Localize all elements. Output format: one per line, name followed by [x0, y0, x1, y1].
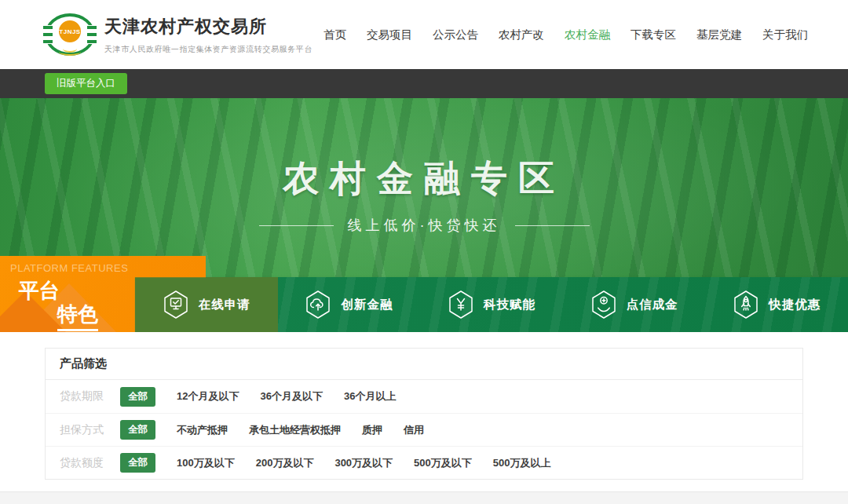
filter-all-badge[interactable]: 全部	[120, 453, 155, 473]
subtitle-rule-left	[259, 225, 334, 226]
logo-stripes-left-icon	[43, 26, 53, 43]
filter-option[interactable]: 200万及以下	[256, 456, 314, 470]
features-eyebrow: PLATFORM FEATURES	[10, 262, 128, 274]
filter-option[interactable]: 不动产抵押	[177, 423, 228, 437]
monitor-check-icon	[163, 290, 189, 320]
hero-title: 农村金融专区	[0, 155, 848, 203]
old-platform-entry-button[interactable]: 旧版平台入口	[45, 73, 127, 94]
nav-item-rural-finance[interactable]: 农村金融	[565, 27, 610, 42]
product-filter-card: 产品筛选 贷款期限 全部 12个月及以下 36个月及以下 36个月以上 担保方式…	[45, 348, 803, 480]
filter-row-loan-amount: 贷款额度 全部 100万及以下 200万及以下 300万及以下 500万及以下 …	[46, 446, 802, 479]
filter-all-badge[interactable]: 全部	[120, 387, 155, 407]
nav-item-rural-reform[interactable]: 农村产改	[499, 27, 544, 42]
nav-item-about-us[interactable]: 关于我们	[762, 27, 808, 42]
filter-title: 产品筛选	[46, 349, 802, 380]
filter-label: 贷款额度	[60, 456, 107, 470]
footer-strip	[0, 491, 848, 504]
filter-label: 贷款期限	[60, 389, 107, 404]
tab-online-apply[interactable]: 在线申请	[135, 277, 278, 332]
filter-all-badge[interactable]: 全部	[120, 420, 155, 440]
nav-item-home[interactable]: 首页	[323, 27, 346, 42]
filter-option[interactable]: 36个月及以下	[260, 389, 322, 404]
filter-option[interactable]: 300万及以下	[334, 456, 393, 470]
logo-circle-icon: TJNJS	[57, 19, 82, 44]
nav-item-public-notices[interactable]: 公示公告	[433, 27, 478, 42]
hero-subtitle-row: 线上低价·快贷快还	[0, 216, 848, 235]
hero-subtitle: 线上低价·快贷快还	[348, 216, 501, 235]
filter-option[interactable]: 100万及以下	[177, 456, 235, 470]
features-title-line2: 特色	[57, 301, 98, 331]
brand[interactable]: TJNJS 天津农村产权交易所 天津市人民政府唯一指定集体资产资源流转交易服务平…	[45, 12, 313, 57]
nav-item-trading-projects[interactable]: 交易项目	[367, 27, 412, 42]
tab-label: 在线申请	[199, 297, 250, 313]
filter-option[interactable]: 500万及以上	[493, 456, 551, 470]
cloud-upload-icon	[305, 290, 331, 320]
hero-banner: 农村金融专区 线上低价·快贷快还 PLATFORM FEATURES 平台 特色…	[0, 98, 848, 332]
utility-bar: 旧版平台入口	[0, 69, 848, 98]
site-header: TJNJS 天津农村产权交易所 天津市人民政府唯一指定集体资产资源流转交易服务平…	[0, 0, 848, 69]
filter-option[interactable]: 500万及以下	[414, 456, 472, 470]
yen-icon	[448, 290, 474, 320]
site-logo: TJNJS	[45, 12, 95, 57]
tab-label: 创新金融	[341, 297, 393, 313]
hand-coin-icon	[590, 290, 617, 320]
tab-label: 点信成金	[627, 297, 678, 313]
filter-option[interactable]: 12个月及以下	[177, 389, 239, 404]
filter-row-guarantee-method: 担保方式 全部 不动产抵押 承包土地经营权抵押 质押 信用	[46, 413, 802, 446]
tab-innovative-finance[interactable]: 创新金融	[278, 277, 421, 332]
tab-label: 科技赋能	[484, 297, 535, 313]
tab-credit-to-gold[interactable]: 点信成金	[563, 277, 706, 332]
filter-row-loan-term: 贷款期限 全部 12个月及以下 36个月及以下 36个月以上	[46, 380, 802, 413]
filter-option[interactable]: 信用	[404, 423, 424, 437]
nav-item-party-building[interactable]: 基层党建	[696, 27, 742, 42]
tab-quick-discount[interactable]: 快捷优惠	[705, 277, 848, 332]
nav-item-downloads[interactable]: 下载专区	[631, 27, 676, 42]
rocket-icon	[733, 290, 759, 320]
feature-tab-strip: 在线申请 创新金融 科技赋能 点信成金	[135, 277, 848, 332]
site-title: 天津农村产权交易所	[104, 15, 313, 38]
features-title-line1: 平台	[19, 277, 60, 305]
tab-label: 快捷优惠	[769, 297, 821, 313]
tab-tech-empowerment[interactable]: 科技赋能	[420, 277, 563, 332]
logo-wheat-icon	[59, 48, 81, 56]
logo-stripes-right-icon	[87, 26, 97, 43]
filter-option[interactable]: 36个月以上	[344, 389, 396, 404]
filter-label: 担保方式	[60, 423, 107, 437]
main-nav: 首页 交易项目 公示公告 农村产改 农村金融 下载专区 基层党建 关于我们	[323, 27, 808, 42]
subtitle-rule-right	[515, 225, 590, 226]
filter-option[interactable]: 承包土地经营权抵押	[249, 423, 341, 437]
filter-option[interactable]: 质押	[362, 423, 382, 437]
site-subtitle: 天津市人民政府唯一指定集体资产资源流转交易服务平台	[104, 44, 313, 55]
